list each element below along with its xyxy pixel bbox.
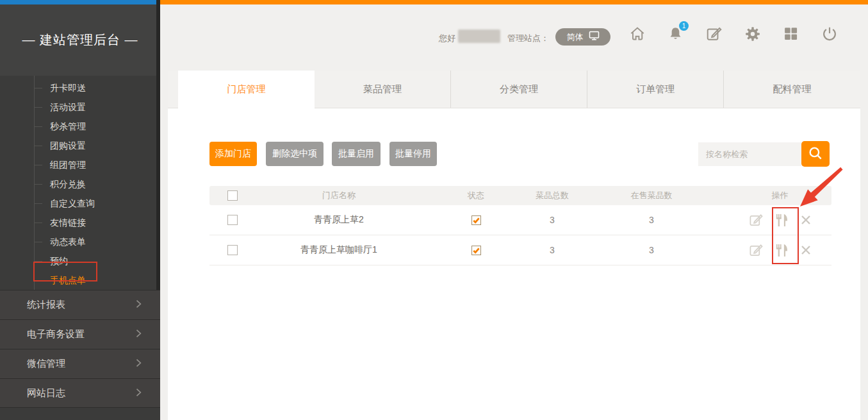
sidebar-top-stripe xyxy=(0,0,160,4)
sidebar: — 建站管理后台 — 升卡即送 活动设置 秒杀管理 团购设置 组团管理 积分兑换… xyxy=(0,4,160,420)
language-switch-button[interactable]: 简体 xyxy=(555,28,610,46)
sidebar-section-statistics[interactable]: 统计报表 xyxy=(0,290,160,319)
site-label: 管理站点： xyxy=(507,33,549,44)
col-store-name: 门店名称 xyxy=(256,190,422,201)
greeting-text: 您好 xyxy=(439,33,455,44)
store-name: 青青原上草咖啡厅1 xyxy=(256,244,422,256)
row-checkbox[interactable] xyxy=(227,245,238,255)
redacted-username xyxy=(458,29,500,43)
sidebar-item-card-gift[interactable]: 升卡即送 xyxy=(0,78,160,97)
notification-badge: 1 xyxy=(679,21,689,31)
settings-gear-icon[interactable] xyxy=(744,26,761,42)
sidebar-sections: 统计报表 电子商务设置 微信管理 网站日志 xyxy=(0,290,160,408)
top-header: 您好 管理站点： 简体 1 xyxy=(160,4,868,71)
app-title: — 建站管理后台 — xyxy=(22,31,138,49)
stores-table: 门店名称 状态 菜品总数 在售菜品数 操作 青青原上草2 3 3 青青原上草咖啡… xyxy=(209,186,831,265)
sidebar-section-wechat[interactable]: 微信管理 xyxy=(0,349,160,378)
dish-menu-icon[interactable] xyxy=(774,243,789,258)
status-checkbox-checked[interactable] xyxy=(471,215,481,225)
col-onsale-dishes: 在售菜品数 xyxy=(575,190,728,201)
edit-store-icon[interactable] xyxy=(749,213,764,228)
dish-menu-icon[interactable] xyxy=(774,213,789,228)
sidebar-section-site-logs[interactable]: 网站日志 xyxy=(0,378,160,408)
store-name: 青青原上草2 xyxy=(256,214,422,226)
sidebar-item-friend-links[interactable]: 友情链接 xyxy=(0,213,160,232)
sidebar-item-booking[interactable]: 预约 xyxy=(0,251,160,271)
delete-store-icon[interactable] xyxy=(800,244,812,256)
home-icon[interactable] xyxy=(629,26,646,42)
sidebar-item-activity-settings[interactable]: 活动设置 xyxy=(0,97,160,117)
tab-bar: 门店管理 菜品管理 分类管理 订单管理 配料管理 xyxy=(168,71,860,108)
onsale-dishes-value: 3 xyxy=(575,245,728,255)
monitor-icon xyxy=(589,31,600,43)
main-content-card: 门店管理 菜品管理 分类管理 订单管理 配料管理 添加门店 删除选中项 批量启用… xyxy=(168,71,860,420)
col-total-dishes: 菜品总数 xyxy=(530,190,575,201)
sidebar-item-points-exchange[interactable]: 积分兑换 xyxy=(0,174,160,194)
row-checkbox[interactable] xyxy=(227,215,238,225)
sidebar-item-mobile-ordering[interactable]: 手机点单 xyxy=(0,271,160,290)
total-dishes-value: 3 xyxy=(530,215,575,225)
sidebar-item-custom-query[interactable]: 自定义查询 xyxy=(0,194,160,213)
select-all-checkbox[interactable] xyxy=(227,190,238,201)
search-button[interactable] xyxy=(801,141,830,167)
chevron-right-icon xyxy=(132,298,145,312)
header-icon-bar: 1 xyxy=(629,26,838,42)
chevron-right-icon xyxy=(132,357,145,371)
batch-disable-button[interactable]: 批量停用 xyxy=(389,142,437,166)
tab-ingredient-management[interactable]: 配料管理 xyxy=(724,71,860,108)
notifications-bell-icon[interactable]: 1 xyxy=(667,26,684,42)
search-input[interactable] xyxy=(698,142,801,166)
col-actions: 操作 xyxy=(728,190,831,201)
table-row: 青青原上草咖啡厅1 3 3 xyxy=(209,235,831,265)
tab-store-management[interactable]: 门店管理 xyxy=(178,71,315,108)
sidebar-section-ecommerce[interactable]: 电子商务设置 xyxy=(0,319,160,349)
sidebar-menu-tree: 升卡即送 活动设置 秒杀管理 团购设置 组团管理 积分兑换 自定义查询 友情链接… xyxy=(0,76,160,290)
sidebar-item-group-mgmt[interactable]: 组团管理 xyxy=(0,155,160,174)
content-top-stripe xyxy=(160,0,868,4)
tab-category-management[interactable]: 分类管理 xyxy=(451,71,587,108)
col-status: 状态 xyxy=(422,190,530,201)
sidebar-item-dynamic-forms[interactable]: 动态表单 xyxy=(0,232,160,251)
sidebar-header: — 建站管理后台 — xyxy=(0,4,160,76)
chevron-right-icon xyxy=(132,386,145,401)
search-icon xyxy=(807,145,824,164)
table-header-row: 门店名称 状态 菜品总数 在售菜品数 操作 xyxy=(209,186,831,205)
edit-compose-icon[interactable] xyxy=(706,26,723,42)
delete-selected-button[interactable]: 删除选中项 xyxy=(266,142,323,166)
sidebar-item-group-buy[interactable]: 团购设置 xyxy=(0,136,160,155)
total-dishes-value: 3 xyxy=(530,245,575,255)
table-row: 青青原上草2 3 3 xyxy=(209,205,831,235)
edit-store-icon[interactable] xyxy=(749,243,764,258)
add-store-button[interactable]: 添加门店 xyxy=(209,142,257,166)
status-checkbox-checked[interactable] xyxy=(471,246,481,255)
logout-power-icon[interactable] xyxy=(821,26,838,42)
chevron-right-icon xyxy=(132,327,145,342)
apps-grid-icon[interactable] xyxy=(783,26,799,42)
tab-dish-management[interactable]: 菜品管理 xyxy=(315,71,451,108)
batch-enable-button[interactable]: 批量启用 xyxy=(332,142,381,166)
sidebar-item-flash-sale[interactable]: 秒杀管理 xyxy=(0,117,160,136)
onsale-dishes-value: 3 xyxy=(575,215,728,225)
delete-store-icon[interactable] xyxy=(800,214,812,226)
tab-order-management[interactable]: 订单管理 xyxy=(587,71,724,108)
